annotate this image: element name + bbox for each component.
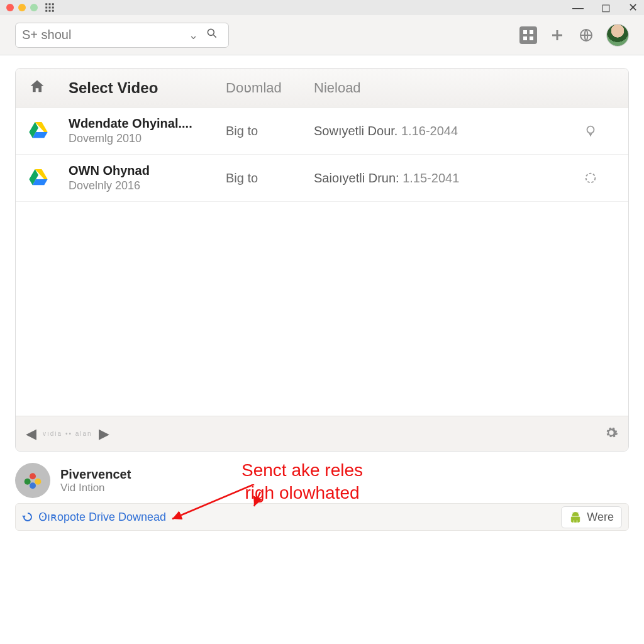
row-nieload-text: Saioıyetli Drun: <box>314 171 399 185</box>
svg-point-21 <box>587 126 594 133</box>
table-row[interactable]: Wdendate Ohyinal.... Dovemlg 2010 Big to… <box>16 108 628 155</box>
svg-rect-11 <box>523 30 527 34</box>
row-subtitle: Dovelnly 2016 <box>69 179 226 192</box>
maximize-window-button[interactable] <box>30 4 38 11</box>
minimize-icon[interactable]: — <box>572 2 584 13</box>
svg-rect-1 <box>49 3 51 5</box>
annotation-text: Senct ake reles righ olowhated <box>242 459 363 505</box>
account-text: Pivervencet Vid Intion <box>60 467 131 494</box>
row-title: Wdendate Ohyinal.... <box>69 116 226 131</box>
row-title: OWN Ohynad <box>69 164 226 178</box>
svg-rect-13 <box>523 36 527 40</box>
row-main: OWN Ohynad Dovelnly 2016 <box>69 164 226 192</box>
svg-rect-7 <box>49 10 51 12</box>
row-nieload-date: 1.16-2044 <box>401 124 458 138</box>
add-icon[interactable] <box>548 26 566 44</box>
svg-point-28 <box>25 479 31 485</box>
account-strip: Pivervencet Vid Intion Senct ake reles r… <box>15 463 629 498</box>
svg-rect-8 <box>52 10 54 12</box>
rows-container: Wdendate Ohyinal.... Dovemlg 2010 Big to… <box>16 108 628 416</box>
panel-footer: ◀ vıdia •• alan ▶ <box>16 416 628 451</box>
prev-page-icon[interactable]: ◀ <box>26 426 36 442</box>
row-nieload: Sowıyetli Dour. 1.16-2044 <box>314 124 565 138</box>
column-download: Doʋmlad <box>226 80 314 96</box>
row-nieload-text: Sowıyetli Dour. <box>314 124 397 138</box>
account-badge-icon[interactable] <box>15 463 50 498</box>
search-icon[interactable] <box>202 27 222 43</box>
panel-title: Select Video <box>69 79 226 97</box>
svg-rect-0 <box>45 3 47 5</box>
svg-rect-2 <box>52 3 54 5</box>
account-subtitle: Vid Intion <box>60 482 131 494</box>
svg-point-29 <box>35 479 41 485</box>
drive-icon <box>28 119 69 142</box>
row-status-spinner-icon[interactable] <box>565 171 616 185</box>
chevron-down-icon[interactable]: ⌄ <box>185 28 202 42</box>
gear-icon[interactable] <box>604 426 618 442</box>
row-download: Big to <box>226 124 314 138</box>
svg-rect-4 <box>49 7 51 9</box>
row-main: Wdendate Ohyinal.... Dovemlg 2010 <box>69 116 226 145</box>
bottom-bar: ʘıʀopote Drive Downead Were <box>15 503 629 531</box>
svg-rect-6 <box>45 10 47 12</box>
svg-point-30 <box>30 482 36 489</box>
android-icon <box>569 511 582 523</box>
account-name: Pivervencet <box>60 467 131 482</box>
drive-download-label: ʘıʀopote Drive Downead <box>38 510 166 524</box>
app-logo-icon <box>44 2 55 13</box>
svg-rect-3 <box>45 7 47 9</box>
minimize-window-button[interactable] <box>18 4 26 11</box>
were-button[interactable]: Were <box>561 506 622 528</box>
drive-download-link[interactable]: ʘıʀopote Drive Downead <box>22 510 166 524</box>
home-icon[interactable] <box>28 78 69 98</box>
row-status-icon[interactable] <box>565 124 616 138</box>
svg-point-27 <box>30 473 36 479</box>
globe-icon[interactable] <box>577 26 595 44</box>
svg-rect-12 <box>530 30 533 34</box>
were-button-label: Were <box>587 511 614 524</box>
drive-icon <box>28 167 69 189</box>
table-row[interactable]: OWN Ohynad Dovelnly 2016 Big to Saioıyet… <box>16 155 628 202</box>
pager: ◀ vıdia •• alan ▶ <box>26 426 109 442</box>
row-nieload: Saioıyetli Drun: 1.15-2041 <box>314 171 565 186</box>
panel-header: Select Video Doʋmlad Nieload <box>16 69 628 108</box>
next-page-icon[interactable]: ▶ <box>99 426 109 442</box>
user-avatar[interactable] <box>606 24 629 47</box>
svg-rect-5 <box>52 7 54 9</box>
search-input[interactable] <box>22 28 185 42</box>
svg-point-25 <box>586 174 596 183</box>
svg-line-10 <box>214 35 216 38</box>
titlebar: — ◻ ✕ <box>0 0 644 15</box>
restore-icon[interactable]: ◻ <box>601 2 611 13</box>
pager-label: vıdia •• alan <box>43 430 92 437</box>
svg-rect-14 <box>530 36 533 40</box>
svg-point-9 <box>208 29 214 35</box>
row-subtitle: Dovemlg 2010 <box>69 132 226 145</box>
main-panel: Select Video Doʋmlad Nieload Wdendate Oh… <box>15 68 629 452</box>
row-download: Big to <box>226 171 314 186</box>
toolbar: ⌄ <box>0 15 644 55</box>
column-nieload: Nieload <box>314 80 565 96</box>
row-nieload-date: 1.15-2041 <box>402 171 459 185</box>
window-traffic-lights <box>6 4 38 11</box>
toolbar-right <box>519 24 629 47</box>
grid-view-icon[interactable] <box>519 26 537 44</box>
close-window-button[interactable] <box>6 4 14 11</box>
close-icon[interactable]: ✕ <box>628 2 638 13</box>
search-box[interactable]: ⌄ <box>15 23 229 48</box>
window-controls: — ◻ ✕ <box>572 2 638 13</box>
